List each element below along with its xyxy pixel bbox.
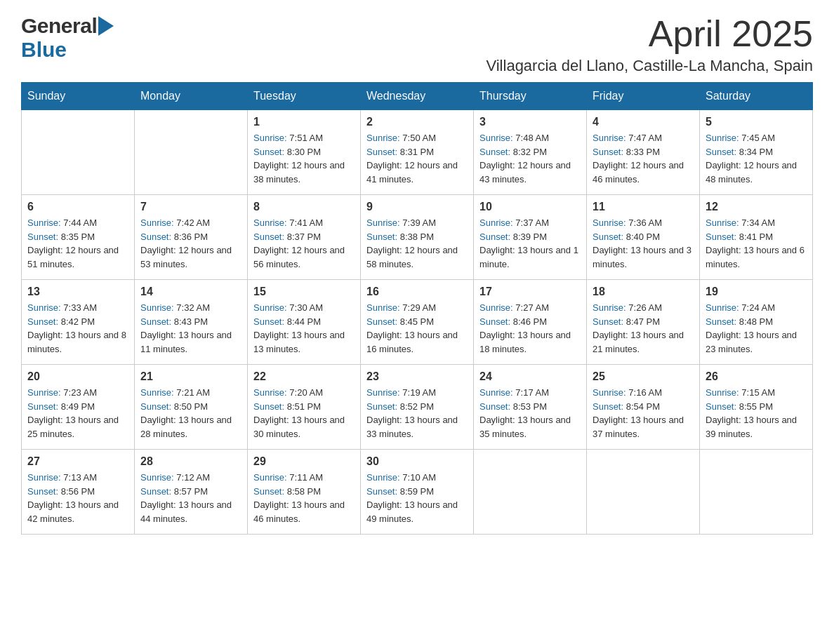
sunset-label: Sunset: [27,401,61,412]
page-header: General Blue April 2025 Villagarcia del … [21,14,813,75]
day-cell-2-7: 12Sunrise: 7:34 AMSunset: 8:41 PMDayligh… [700,195,813,280]
day-cell-2-4: 9Sunrise: 7:39 AMSunset: 8:38 PMDaylight… [361,195,474,280]
day-number: 13 [27,286,128,298]
day-number: 29 [253,455,355,468]
day-number: 26 [706,370,807,383]
day-number: 9 [366,201,468,213]
sunrise-label: Sunrise: [27,302,63,313]
day-info: Sunrise: 7:15 AMSunset: 8:55 PMDaylight:… [706,386,807,441]
sunrise-label: Sunrise: [706,133,741,143]
col-thursday: Thursday [474,83,587,110]
sunset-label: Sunset: [27,486,61,497]
calendar-table: Sunday Monday Tuesday Wednesday Thursday… [21,82,813,535]
day-info: Sunrise: 7:36 AMSunset: 8:40 PMDaylight:… [593,216,694,271]
day-cell-2-5: 10Sunrise: 7:37 AMSunset: 8:39 PMDayligh… [474,195,587,280]
day-number: 7 [140,201,241,213]
day-cell-1-5: 3Sunrise: 7:48 AMSunset: 8:32 PMDaylight… [474,110,587,195]
sunrise-label: Sunrise: [366,387,402,398]
day-info: Sunrise: 7:44 AMSunset: 8:35 PMDaylight:… [27,216,128,271]
sunrise-label: Sunrise: [366,302,402,313]
day-info: Sunrise: 7:13 AMSunset: 8:56 PMDaylight:… [27,471,128,525]
location-title: Villagarcia del Llano, Castille-La Manch… [486,57,813,75]
calendar-header: Sunday Monday Tuesday Wednesday Thursday… [22,83,813,110]
logo-general-text: General [21,14,97,38]
day-number: 11 [593,201,694,213]
sunset-label: Sunset: [253,147,287,157]
sunrise-label: Sunrise: [253,387,289,398]
day-cell-1-4: 2Sunrise: 7:50 AMSunset: 8:31 PMDaylight… [361,110,474,195]
logo-blue-text: Blue [21,38,115,62]
day-info: Sunrise: 7:12 AMSunset: 8:57 PMDaylight:… [140,471,241,525]
sunset-label: Sunset: [366,486,400,497]
day-number: 4 [593,116,694,128]
sunset-label: Sunset: [140,401,174,412]
logo-arrow-icon [98,16,114,36]
day-cell-3-1: 13Sunrise: 7:33 AMSunset: 8:42 PMDayligh… [22,280,135,365]
day-number: 15 [253,286,355,298]
day-number: 16 [366,286,468,298]
sunset-label: Sunset: [366,316,400,327]
day-info: Sunrise: 7:20 AMSunset: 8:51 PMDaylight:… [253,386,355,441]
day-number: 21 [140,370,241,383]
col-sunday: Sunday [22,83,135,110]
sunset-label: Sunset: [706,316,739,327]
day-cell-4-3: 22Sunrise: 7:20 AMSunset: 8:51 PMDayligh… [248,365,361,450]
day-number: 18 [593,286,694,298]
day-info: Sunrise: 7:23 AMSunset: 8:49 PMDaylight:… [27,386,128,441]
svg-marker-0 [98,16,114,36]
day-number: 19 [706,286,807,298]
sunrise-label: Sunrise: [140,472,176,483]
day-cell-4-2: 21Sunrise: 7:21 AMSunset: 8:50 PMDayligh… [135,365,248,450]
sunset-label: Sunset: [253,401,287,412]
day-number: 24 [479,370,581,383]
day-info: Sunrise: 7:29 AMSunset: 8:45 PMDaylight:… [366,301,468,356]
week-row-5: 27Sunrise: 7:13 AMSunset: 8:56 PMDayligh… [22,450,813,535]
day-cell-5-3: 29Sunrise: 7:11 AMSunset: 8:58 PMDayligh… [248,450,361,535]
day-number: 10 [479,201,581,213]
day-info: Sunrise: 7:48 AMSunset: 8:32 PMDaylight:… [479,131,581,186]
month-title: April 2025 [486,14,813,54]
sunrise-label: Sunrise: [253,217,289,228]
logo: General Blue [21,14,115,62]
day-cell-4-1: 20Sunrise: 7:23 AMSunset: 8:49 PMDayligh… [22,365,135,450]
day-info: Sunrise: 7:37 AMSunset: 8:39 PMDaylight:… [479,216,581,271]
day-info: Sunrise: 7:42 AMSunset: 8:36 PMDaylight:… [140,216,241,271]
day-number: 12 [706,201,807,213]
sunrise-label: Sunrise: [593,133,628,143]
sunrise-label: Sunrise: [479,217,515,228]
col-saturday: Saturday [700,83,813,110]
sunset-label: Sunset: [593,232,626,242]
day-info: Sunrise: 7:50 AMSunset: 8:31 PMDaylight:… [366,131,468,186]
day-cell-3-6: 18Sunrise: 7:26 AMSunset: 8:47 PMDayligh… [587,280,700,365]
day-cell-1-2 [135,110,248,195]
day-number: 30 [366,455,468,468]
day-info: Sunrise: 7:16 AMSunset: 8:54 PMDaylight:… [593,386,694,441]
day-cell-4-6: 25Sunrise: 7:16 AMSunset: 8:54 PMDayligh… [587,365,700,450]
day-number: 25 [593,370,694,383]
day-cell-3-7: 19Sunrise: 7:24 AMSunset: 8:48 PMDayligh… [700,280,813,365]
day-cell-2-3: 8Sunrise: 7:41 AMSunset: 8:37 PMDaylight… [248,195,361,280]
sunset-label: Sunset: [140,232,174,242]
sunrise-label: Sunrise: [479,302,515,313]
sunrise-label: Sunrise: [479,387,515,398]
sunrise-label: Sunrise: [366,217,402,228]
sunset-label: Sunset: [479,147,513,157]
day-number: 5 [706,116,807,128]
day-cell-4-5: 24Sunrise: 7:17 AMSunset: 8:53 PMDayligh… [474,365,587,450]
day-cell-2-6: 11Sunrise: 7:36 AMSunset: 8:40 PMDayligh… [587,195,700,280]
day-number: 2 [366,116,468,128]
sunrise-label: Sunrise: [366,472,402,483]
sunset-label: Sunset: [366,232,400,242]
title-section: April 2025 Villagarcia del Llano, Castil… [486,14,813,75]
day-cell-1-7: 5Sunrise: 7:45 AMSunset: 8:34 PMDaylight… [700,110,813,195]
sunset-label: Sunset: [27,232,61,242]
col-monday: Monday [135,83,248,110]
day-cell-3-4: 16Sunrise: 7:29 AMSunset: 8:45 PMDayligh… [361,280,474,365]
sunset-label: Sunset: [479,232,513,242]
day-cell-5-5 [474,450,587,535]
day-cell-3-5: 17Sunrise: 7:27 AMSunset: 8:46 PMDayligh… [474,280,587,365]
day-info: Sunrise: 7:24 AMSunset: 8:48 PMDaylight:… [706,301,807,356]
sunrise-label: Sunrise: [140,217,176,228]
sunset-label: Sunset: [253,232,287,242]
day-info: Sunrise: 7:21 AMSunset: 8:50 PMDaylight:… [140,386,241,441]
